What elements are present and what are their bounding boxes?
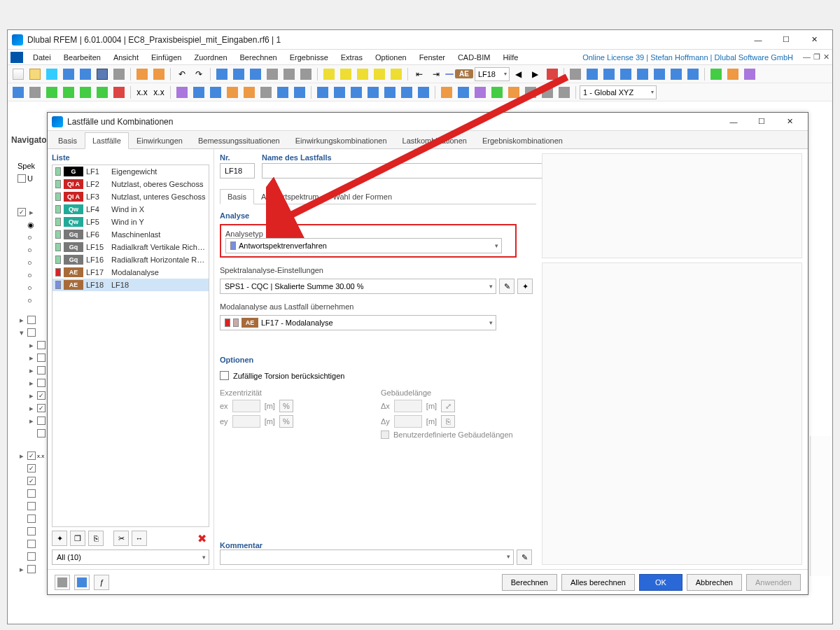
- loadcase-filter-combo[interactable]: All (10): [52, 550, 209, 565]
- inner-tab-spektrum[interactable]: Antwortspektrum: [254, 190, 326, 204]
- grid-icon[interactable]: [265, 66, 280, 82]
- tab-einwkomb[interactable]: Einwirkungskombinationen: [288, 132, 395, 148]
- arrow-left-icon[interactable]: ⇤: [412, 66, 427, 82]
- spektral-edit-icon[interactable]: ✎: [499, 279, 514, 294]
- rotate-icon[interactable]: [61, 85, 76, 100]
- block-icon[interactable]: [61, 66, 76, 82]
- table1-icon[interactable]: [214, 66, 230, 82]
- rebar-icon[interactable]: [725, 66, 741, 82]
- undo-icon[interactable]: ↶: [174, 66, 190, 82]
- select-icon[interactable]: [321, 66, 337, 82]
- dialog-titlebar[interactable]: Lastfälle und Kombinationen — ☐ ✕: [48, 113, 808, 131]
- load2-icon[interactable]: [349, 85, 364, 100]
- next-lf-icon[interactable]: ▶: [528, 66, 543, 82]
- label-icon[interactable]: x.x: [134, 85, 150, 100]
- load3-icon[interactable]: [365, 85, 381, 100]
- render-icon[interactable]: [506, 85, 522, 100]
- menu-datei[interactable]: Datei: [27, 52, 57, 63]
- loadcase-row[interactable]: QwLF4Wind in X: [52, 203, 209, 216]
- menu-cadbim[interactable]: CAD-BIM: [452, 52, 496, 63]
- section-icon[interactable]: [635, 66, 650, 82]
- loadcase-row[interactable]: GqLF6Maschinenlast: [52, 228, 209, 241]
- menu-zuordnen[interactable]: Zuordnen: [188, 52, 232, 63]
- table3-icon[interactable]: [248, 66, 263, 82]
- dim-icon[interactable]: [568, 66, 583, 82]
- scale-icon[interactable]: [94, 85, 110, 100]
- frame-icon[interactable]: [601, 66, 617, 82]
- torsion-checkbox[interactable]: [220, 371, 229, 380]
- tab-ergebniskomb[interactable]: Ergebniskombinationen: [475, 132, 570, 148]
- new-file-icon[interactable]: [10, 66, 26, 82]
- mirror-icon[interactable]: [78, 85, 93, 100]
- footer-icon-3[interactable]: ƒ: [94, 575, 109, 590]
- prev-lf-icon[interactable]: ◀: [511, 66, 526, 82]
- dialog-maximize-button[interactable]: ☐: [748, 113, 776, 130]
- lf-icon[interactable]: [315, 85, 330, 100]
- zoom-icon[interactable]: [355, 66, 370, 82]
- mdi-minimize-icon[interactable]: —: [803, 52, 811, 62]
- tab-einwirkungen[interactable]: Einwirkungen: [129, 132, 190, 148]
- script-icon[interactable]: [742, 66, 757, 82]
- spektral-combo[interactable]: SPS1 - CQC | Skalierte Summe 30.00 %: [220, 279, 496, 294]
- loadcase-row[interactable]: QwLF5Wind in Y: [52, 216, 209, 228]
- grid3-icon[interactable]: [298, 66, 314, 82]
- loadcase-row[interactable]: GqLF15Radialkraft Vertikale Richtung: [52, 241, 209, 253]
- bulk-lc-icon[interactable]: ⎘: [88, 531, 104, 546]
- tab-bemessung[interactable]: Bemessungssituationen: [190, 132, 288, 148]
- tab-lastfaelle[interactable]: Lastfälle: [85, 132, 129, 149]
- loadcase-row[interactable]: GLF1Eigengewicht: [52, 165, 209, 178]
- minimize-button[interactable]: —: [744, 31, 772, 48]
- grid3d-icon[interactable]: [668, 66, 684, 82]
- del-icon[interactable]: [111, 85, 127, 100]
- nr-input[interactable]: LF18: [220, 163, 255, 178]
- new-lc-icon[interactable]: ✦: [52, 531, 67, 546]
- support-icon[interactable]: [275, 85, 290, 100]
- member2-icon[interactable]: [208, 85, 223, 100]
- grid3d2-icon[interactable]: [685, 66, 701, 82]
- mdi-restore-icon[interactable]: ❐: [813, 52, 820, 62]
- cursor-icon[interactable]: [338, 66, 354, 82]
- clip3-icon[interactable]: [556, 85, 572, 100]
- node2-icon[interactable]: [191, 85, 206, 100]
- dialog-close-button[interactable]: ✕: [776, 113, 804, 130]
- member-icon[interactable]: [618, 66, 634, 82]
- number-icon[interactable]: x.x: [151, 85, 167, 100]
- kommentar-input[interactable]: [220, 550, 514, 565]
- refresh-icon[interactable]: [388, 66, 404, 82]
- load6-icon[interactable]: [416, 85, 431, 100]
- tab-basis[interactable]: Basis: [50, 132, 85, 148]
- modal-combo[interactable]: AE LF17 - Modalanalyse: [220, 315, 496, 330]
- abbrechen-button[interactable]: Abbrechen: [687, 574, 742, 591]
- load5-icon[interactable]: [399, 85, 414, 100]
- menu-ergebnisse[interactable]: Ergebnisse: [284, 52, 334, 63]
- ok-button[interactable]: OK: [639, 574, 682, 591]
- clip2-icon[interactable]: [540, 85, 555, 100]
- loadcase-row[interactable]: GqLF16Radialkraft Horizontale Richtung: [52, 253, 209, 266]
- name-input[interactable]: [262, 163, 542, 178]
- delete-lc-icon[interactable]: ✖: [194, 531, 209, 546]
- view2-icon[interactable]: [472, 85, 488, 100]
- clip-icon[interactable]: [523, 85, 538, 100]
- solid-icon[interactable]: [241, 85, 257, 100]
- wizard-icon[interactable]: [44, 66, 59, 82]
- inner-tab-formen[interactable]: Wahl der Formen: [326, 190, 399, 204]
- table2-icon[interactable]: [231, 66, 246, 82]
- mdi-close-icon[interactable]: ✕: [823, 52, 830, 62]
- menu-bearbeiten[interactable]: Bearbeiten: [58, 52, 106, 63]
- app-menu-icon[interactable]: [10, 52, 23, 63]
- footer-icon-1[interactable]: [55, 575, 70, 590]
- footer-icon-2[interactable]: [74, 575, 90, 590]
- save-icon[interactable]: [94, 66, 110, 82]
- tree-checkbox[interactable]: [18, 174, 26, 183]
- view1-icon[interactable]: [456, 85, 471, 100]
- alles-berechnen-button[interactable]: Alles berechnen: [561, 574, 635, 591]
- print-icon[interactable]: [111, 66, 127, 82]
- arrow-right-icon[interactable]: ⇥: [428, 66, 444, 82]
- tab-lastkomb[interactable]: Lastkombinationen: [395, 132, 475, 148]
- loadcase-row[interactable]: AELF18LF18: [52, 279, 209, 291]
- loadcase-row[interactable]: QI ALF3Nutzlast, unteres Geschoss: [52, 190, 209, 203]
- kommentar-edit-icon[interactable]: ✎: [517, 550, 532, 565]
- loadcase-combo[interactable]: LF18: [475, 67, 510, 81]
- menu-optionen[interactable]: Optionen: [370, 52, 412, 63]
- menu-fenster[interactable]: Fenster: [414, 52, 451, 63]
